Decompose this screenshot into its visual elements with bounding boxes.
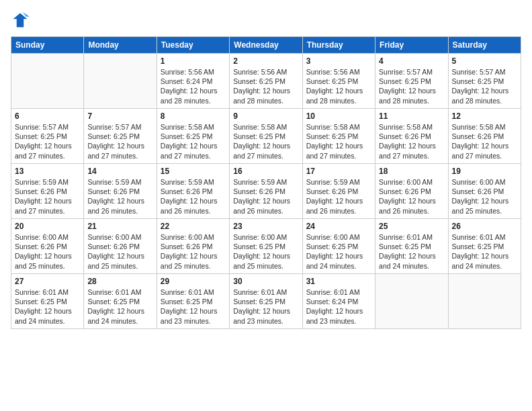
day-number: 7 — [87, 111, 152, 121]
day-info: Sunrise: 5:56 AM Sunset: 6:24 PM Dayligh… — [161, 67, 226, 105]
calendar-cell: 23Sunrise: 6:00 AM Sunset: 6:25 PM Dayli… — [230, 219, 302, 274]
day-number: 17 — [306, 167, 371, 176]
day-info: Sunrise: 6:01 AM Sunset: 6:25 PM Dayligh… — [233, 287, 298, 326]
day-header-monday: Monday — [84, 37, 157, 54]
calendar-cell: 20Sunrise: 6:00 AM Sunset: 6:26 PM Dayli… — [11, 219, 84, 274]
day-number: 5 — [452, 56, 517, 66]
day-number: 31 — [306, 277, 371, 286]
day-number: 4 — [379, 56, 444, 66]
day-info: Sunrise: 5:58 AM Sunset: 6:25 PM Dayligh… — [306, 122, 371, 161]
day-number: 12 — [452, 111, 517, 121]
day-info: Sunrise: 5:59 AM Sunset: 6:26 PM Dayligh… — [233, 177, 298, 216]
calendar-cell: 6Sunrise: 5:57 AM Sunset: 6:25 PM Daylig… — [11, 109, 84, 164]
calendar-cell: 14Sunrise: 5:59 AM Sunset: 6:26 PM Dayli… — [84, 164, 157, 219]
calendar-cell — [84, 54, 157, 109]
calendar-cell: 15Sunrise: 5:59 AM Sunset: 6:26 PM Dayli… — [157, 164, 229, 219]
calendar-cell: 11Sunrise: 5:58 AM Sunset: 6:26 PM Dayli… — [375, 109, 448, 164]
day-header-wednesday: Wednesday — [230, 37, 302, 54]
day-number: 30 — [233, 277, 298, 286]
calendar-cell — [448, 274, 521, 329]
calendar-cell: 21Sunrise: 6:00 AM Sunset: 6:26 PM Dayli… — [84, 219, 157, 274]
day-info: Sunrise: 5:59 AM Sunset: 6:26 PM Dayligh… — [306, 177, 371, 216]
day-header-tuesday: Tuesday — [157, 37, 229, 54]
day-number: 25 — [379, 222, 444, 231]
day-info: Sunrise: 5:57 AM Sunset: 6:25 PM Dayligh… — [379, 67, 444, 105]
calendar-cell: 17Sunrise: 5:59 AM Sunset: 6:26 PM Dayli… — [302, 164, 375, 219]
calendar-week-row: 6Sunrise: 5:57 AM Sunset: 6:25 PM Daylig… — [11, 109, 521, 164]
day-info: Sunrise: 6:00 AM Sunset: 6:25 PM Dayligh… — [233, 232, 298, 271]
day-info: Sunrise: 5:59 AM Sunset: 6:26 PM Dayligh… — [15, 177, 80, 216]
day-header-sunday: Sunday — [11, 37, 84, 54]
calendar-cell: 30Sunrise: 6:01 AM Sunset: 6:25 PM Dayli… — [230, 274, 302, 329]
day-info: Sunrise: 6:01 AM Sunset: 6:25 PM Dayligh… — [87, 287, 152, 326]
day-number: 18 — [379, 167, 444, 176]
day-info: Sunrise: 6:00 AM Sunset: 6:26 PM Dayligh… — [87, 232, 152, 271]
day-info: Sunrise: 6:00 AM Sunset: 6:26 PM Dayligh… — [452, 177, 517, 216]
day-number: 16 — [233, 167, 298, 176]
day-number: 15 — [161, 167, 226, 176]
calendar-cell: 9Sunrise: 5:58 AM Sunset: 6:25 PM Daylig… — [230, 109, 302, 164]
calendar-cell: 5Sunrise: 5:57 AM Sunset: 6:25 PM Daylig… — [448, 54, 521, 109]
calendar-cell: 3Sunrise: 5:56 AM Sunset: 6:25 PM Daylig… — [302, 54, 375, 109]
day-info: Sunrise: 5:57 AM Sunset: 6:25 PM Dayligh… — [87, 122, 152, 161]
calendar-cell: 1Sunrise: 5:56 AM Sunset: 6:24 PM Daylig… — [157, 54, 229, 109]
day-number: 11 — [379, 111, 444, 121]
day-info: Sunrise: 5:59 AM Sunset: 6:26 PM Dayligh… — [161, 177, 226, 216]
day-info: Sunrise: 6:00 AM Sunset: 6:26 PM Dayligh… — [15, 232, 80, 271]
day-number: 2 — [233, 56, 298, 66]
calendar-cell: 8Sunrise: 5:58 AM Sunset: 6:25 PM Daylig… — [157, 109, 229, 164]
calendar-cell: 25Sunrise: 6:01 AM Sunset: 6:25 PM Dayli… — [375, 219, 448, 274]
calendar-cell: 24Sunrise: 6:00 AM Sunset: 6:25 PM Dayli… — [302, 219, 375, 274]
day-info: Sunrise: 6:00 AM Sunset: 6:25 PM Dayligh… — [306, 232, 371, 271]
day-number: 22 — [161, 222, 226, 231]
day-number: 10 — [306, 111, 371, 121]
day-info: Sunrise: 6:01 AM Sunset: 6:25 PM Dayligh… — [161, 287, 226, 326]
day-number: 29 — [161, 277, 226, 286]
day-info: Sunrise: 6:01 AM Sunset: 6:25 PM Dayligh… — [452, 232, 517, 271]
day-info: Sunrise: 6:00 AM Sunset: 6:26 PM Dayligh… — [161, 232, 226, 271]
day-number: 6 — [15, 111, 80, 121]
calendar-cell: 26Sunrise: 6:01 AM Sunset: 6:25 PM Dayli… — [448, 219, 521, 274]
calendar-cell: 19Sunrise: 6:00 AM Sunset: 6:26 PM Dayli… — [448, 164, 521, 219]
calendar-cell: 29Sunrise: 6:01 AM Sunset: 6:25 PM Dayli… — [157, 274, 229, 329]
calendar-header-row: SundayMondayTuesdayWednesdayThursdayFrid… — [11, 37, 521, 54]
calendar-cell: 13Sunrise: 5:59 AM Sunset: 6:26 PM Dayli… — [11, 164, 84, 219]
day-info: Sunrise: 6:01 AM Sunset: 6:24 PM Dayligh… — [306, 287, 371, 326]
day-header-saturday: Saturday — [448, 37, 521, 54]
page-header — [11, 11, 521, 30]
calendar-cell: 31Sunrise: 6:01 AM Sunset: 6:24 PM Dayli… — [302, 274, 375, 329]
calendar-cell: 27Sunrise: 6:01 AM Sunset: 6:25 PM Dayli… — [11, 274, 84, 329]
day-info: Sunrise: 6:01 AM Sunset: 6:25 PM Dayligh… — [379, 232, 444, 271]
calendar-cell: 22Sunrise: 6:00 AM Sunset: 6:26 PM Dayli… — [157, 219, 229, 274]
calendar-week-row: 27Sunrise: 6:01 AM Sunset: 6:25 PM Dayli… — [11, 274, 521, 329]
svg-marker-2 — [23, 12, 30, 17]
day-info: Sunrise: 5:57 AM Sunset: 6:25 PM Dayligh… — [15, 122, 80, 161]
day-number: 21 — [87, 222, 152, 231]
calendar-cell: 18Sunrise: 6:00 AM Sunset: 6:26 PM Dayli… — [375, 164, 448, 219]
calendar-cell — [11, 54, 84, 109]
day-info: Sunrise: 5:59 AM Sunset: 6:26 PM Dayligh… — [87, 177, 152, 216]
day-number: 14 — [87, 167, 152, 176]
day-number: 27 — [15, 277, 80, 286]
calendar-week-row: 20Sunrise: 6:00 AM Sunset: 6:26 PM Dayli… — [11, 219, 521, 274]
day-info: Sunrise: 6:01 AM Sunset: 6:25 PM Dayligh… — [15, 287, 80, 326]
day-number: 28 — [87, 277, 152, 286]
day-info: Sunrise: 5:57 AM Sunset: 6:25 PM Dayligh… — [452, 67, 517, 105]
calendar-week-row: 13Sunrise: 5:59 AM Sunset: 6:26 PM Dayli… — [11, 164, 521, 219]
calendar-table: SundayMondayTuesdayWednesdayThursdayFrid… — [11, 36, 521, 329]
day-info: Sunrise: 5:58 AM Sunset: 6:26 PM Dayligh… — [452, 122, 517, 161]
calendar-cell: 7Sunrise: 5:57 AM Sunset: 6:25 PM Daylig… — [84, 109, 157, 164]
day-number: 3 — [306, 56, 371, 66]
day-number: 19 — [452, 167, 517, 176]
day-number: 9 — [233, 111, 298, 121]
day-info: Sunrise: 5:58 AM Sunset: 6:26 PM Dayligh… — [379, 122, 444, 161]
day-info: Sunrise: 6:00 AM Sunset: 6:26 PM Dayligh… — [379, 177, 444, 216]
calendar-cell: 2Sunrise: 5:56 AM Sunset: 6:25 PM Daylig… — [230, 54, 302, 109]
logo — [11, 11, 32, 30]
day-info: Sunrise: 5:56 AM Sunset: 6:25 PM Dayligh… — [306, 67, 371, 105]
logo-icon — [11, 11, 30, 30]
day-number: 13 — [15, 167, 80, 176]
calendar-cell: 16Sunrise: 5:59 AM Sunset: 6:26 PM Dayli… — [230, 164, 302, 219]
day-info: Sunrise: 5:58 AM Sunset: 6:25 PM Dayligh… — [233, 122, 298, 161]
day-number: 26 — [452, 222, 517, 231]
